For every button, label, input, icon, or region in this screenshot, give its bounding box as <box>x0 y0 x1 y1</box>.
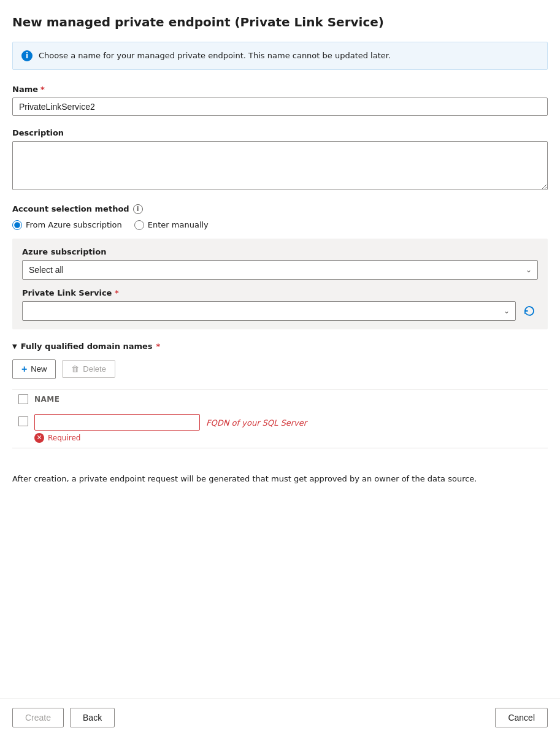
account-selection-info-icon[interactable]: i <box>133 204 143 214</box>
required-error: ✕ Required <box>34 433 542 443</box>
radio-group: From Azure subscription Enter manually <box>12 220 548 230</box>
name-label: Name * <box>12 85 548 94</box>
error-circle-icon: ✕ <box>34 433 44 443</box>
private-link-row: ⌄ <box>22 301 538 321</box>
private-link-select[interactable] <box>22 301 516 321</box>
private-link-label: Private Link Service * <box>22 288 538 297</box>
fqdn-hint-text: FQDN of your SQL Server <box>206 414 307 427</box>
description-label: Description <box>12 128 548 137</box>
info-icon: i <box>21 50 33 61</box>
azure-subscription-label: Azure subscription <box>22 247 538 256</box>
azure-subscription-wrapper: Select all ⌄ <box>22 260 538 280</box>
name-field-section: Name * <box>12 85 548 116</box>
private-link-select-inner: ⌄ <box>22 301 516 321</box>
fqdn-section-label: Fully qualified domain names <box>21 342 153 351</box>
fqdn-required-star: * <box>156 342 161 351</box>
azure-subscription-select[interactable]: Select all <box>22 260 538 280</box>
account-selection-section: Account selection method i From Azure su… <box>12 204 548 329</box>
delete-button[interactable]: 🗑 Delete <box>62 360 115 378</box>
new-button[interactable]: + New <box>12 359 56 379</box>
row-content: FQDN of your SQL Server ✕ Required <box>34 414 542 443</box>
header-checkbox[interactable] <box>18 394 28 404</box>
fqdn-collapse-icon[interactable]: ▼ <box>12 343 17 350</box>
name-input[interactable] <box>12 98 548 116</box>
delete-button-label: Delete <box>83 364 106 374</box>
new-button-label: New <box>31 364 47 374</box>
row-checkbox[interactable] <box>18 416 28 426</box>
radio-azure-option[interactable]: From Azure subscription <box>12 220 122 230</box>
radio-azure-input[interactable] <box>12 220 22 230</box>
private-link-select-wrapper: ⌄ <box>22 301 516 321</box>
fqdn-input-wrapper: FQDN of your SQL Server <box>34 414 542 431</box>
description-input[interactable] <box>12 141 548 190</box>
radio-manual-option[interactable]: Enter manually <box>134 220 209 230</box>
fqdn-header: ▼ Fully qualified domain names * <box>12 342 548 351</box>
table-row: FQDN of your SQL Server ✕ Required <box>12 409 548 448</box>
back-button[interactable]: Back <box>70 708 115 727</box>
fqdn-table: NAME FQDN of your SQL Server ✕ Required <box>12 389 548 448</box>
table-header: NAME <box>12 389 548 409</box>
subscription-section: Azure subscription Select all ⌄ Private … <box>12 239 548 329</box>
name-column-header: NAME <box>34 395 59 404</box>
create-button[interactable]: Create <box>12 708 64 727</box>
plus-icon: + <box>21 364 27 375</box>
info-banner: i Choose a name for your managed private… <box>12 42 548 70</box>
fqdn-input[interactable] <box>34 414 200 431</box>
radio-manual-label: Enter manually <box>148 220 209 229</box>
private-link-subsection: Private Link Service * ⌄ <box>22 288 538 321</box>
footer-bar: Create Back Cancel <box>0 699 560 736</box>
info-banner-text: Choose a name for your managed private e… <box>39 50 391 62</box>
name-required-star: * <box>40 85 45 94</box>
fqdn-toolbar: + New 🗑 Delete <box>12 359 548 379</box>
footer-info-text: After creation, a private endpoint reque… <box>12 473 548 485</box>
cancel-button[interactable]: Cancel <box>495 708 548 727</box>
refresh-button[interactable] <box>521 302 538 320</box>
refresh-icon <box>523 305 535 317</box>
radio-azure-label: From Azure subscription <box>26 220 122 229</box>
description-field-section: Description <box>12 128 548 192</box>
fqdn-section: ▼ Fully qualified domain names * + New 🗑… <box>12 342 548 448</box>
radio-manual-input[interactable] <box>134 220 144 230</box>
account-selection-label: Account selection method i <box>12 204 548 214</box>
required-error-text: Required <box>48 434 80 442</box>
trash-icon: 🗑 <box>71 364 79 374</box>
page-title: New managed private endpoint (Private Li… <box>12 15 548 29</box>
